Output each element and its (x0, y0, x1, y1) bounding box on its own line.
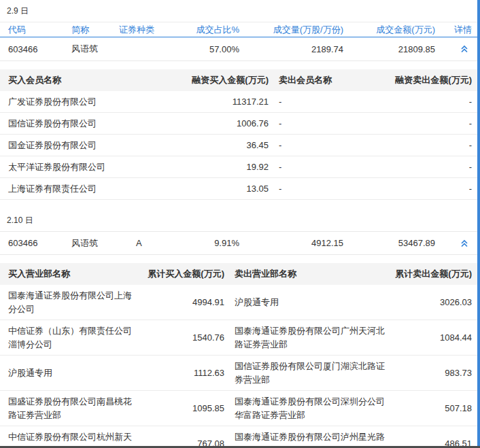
buy-amount: 36.45 (178, 140, 269, 150)
collapse-button[interactable] (435, 44, 472, 54)
sub-col-sell-branch: 卖出营业部名称 (224, 268, 390, 280)
sell-amount: 983.73 (390, 366, 472, 380)
sell-amount: 507.18 (390, 402, 472, 415)
buy-branch-name: 国泰海通证券股份有限公司上海分公司 (8, 289, 144, 316)
stock-code: 603466 (8, 238, 71, 248)
sub-col-buy-member: 买入会员名称 (8, 74, 178, 86)
buy-branch-name: 沪股通专用 (8, 366, 144, 380)
column-header-code[interactable]: 代码 (8, 24, 71, 36)
sell-member-name: - (269, 162, 384, 172)
sell-amount: 3026.03 (390, 296, 472, 309)
buy-amount: 1112.63 (144, 366, 224, 380)
buy-amount: 1540.76 (144, 331, 224, 345)
table-row: 中信证券股份有限公司杭州新天地证券营业部 767.08 国泰海通证券股份有限公司… (0, 426, 480, 448)
column-header-type[interactable]: 证券种类 (119, 24, 177, 36)
buy-amount: 11317.21 (178, 97, 269, 107)
sell-amount: - (384, 118, 472, 128)
buy-amount: 19.92 (178, 162, 269, 172)
summary-row[interactable]: 603466 风语筑 A 9.91% 4912.15 53467.89 (0, 231, 480, 255)
table-row: 国盛证券股份有限公司南昌桃花路证券营业部 1095.85 国泰海通证券股份有限公… (0, 391, 480, 426)
sell-amount: - (384, 184, 472, 194)
sub-table-header: 买入营业部名称 累计买入金额(万元) 卖出营业部名称 累计卖出金额(万元) (0, 263, 480, 285)
buy-member-name: 广发证券股份有限公司 (8, 96, 178, 108)
sell-member-name: - (269, 184, 384, 194)
table-row: 中信证券（山东）有限责任公司淄博分公司 1540.76 国泰海通证券股份有限公司… (0, 320, 480, 356)
sub-col-buy-amount: 累计买入金额(万元) (144, 268, 224, 280)
sell-branch-name: 国泰海通证券股份有限公司深圳分公司华富路证券营业部 (224, 395, 390, 422)
turnover-ratio: 9.91% (177, 238, 239, 248)
table-row: 上海证券有限责任公司 13.05 - - (0, 178, 480, 200)
column-header-detail[interactable]: 详情 (435, 24, 472, 36)
scrollbar[interactable] (477, 0, 480, 448)
stock-name: 风语筑 (71, 43, 119, 55)
stock-name: 风语筑 (71, 237, 119, 249)
sell-member-name: - (269, 140, 384, 150)
volume: 4912.15 (239, 238, 343, 248)
turnover-ratio: 57.00% (177, 44, 239, 54)
sell-amount: 1084.44 (390, 331, 472, 345)
summary-row[interactable]: 603466 风语筑 57.00% 2189.74 21809.85 (0, 37, 480, 61)
collapse-button[interactable] (435, 239, 472, 248)
sell-amount: - (384, 162, 472, 172)
sell-member-name: - (269, 118, 384, 128)
sub-col-sell-amount: 累计卖出金额(万元) (390, 268, 472, 280)
section-2-10: 2.10 日 603466 风语筑 A 9.91% 4912.15 53467.… (0, 200, 480, 448)
stock-code: 603466 (8, 44, 71, 54)
date-label: 2.10 日 (0, 200, 480, 231)
sub-col-sell-amount: 融资卖出金额(万元) (384, 74, 472, 86)
section-2-9: 2.9 日 代码 简称 证券种类 成交占比% 成交量(万股/万份) 成交金额(万… (0, 0, 480, 200)
buy-member-name: 太平洋证券股份有限公司 (8, 161, 178, 173)
sell-branch-name: 国信证券股份有限公司厦门湖滨北路证券营业部 (224, 360, 390, 387)
table-row: 国泰海通证券股份有限公司上海分公司 4994.91 沪股通专用 3026.03 (0, 285, 480, 320)
sell-member-name: - (269, 97, 384, 107)
sell-amount: - (384, 97, 472, 107)
table-header: 代码 简称 证券种类 成交占比% 成交量(万股/万份) 成交金额(万元) 详情 (0, 22, 480, 37)
double-chevron-up-icon (460, 44, 469, 54)
sub-table-header: 买入会员名称 融资买入金额(万元) 卖出会员名称 融资卖出金额(万元) (0, 69, 480, 91)
sub-col-sell-member: 卖出会员名称 (269, 74, 384, 86)
sell-amount: - (384, 140, 472, 150)
table-row: 国金证券股份有限公司 36.45 - - (0, 135, 480, 156)
buy-amount: 1095.85 (144, 402, 224, 415)
buy-amount: 4994.91 (144, 296, 224, 309)
column-header-ratio[interactable]: 成交占比% (177, 24, 239, 36)
security-type: A (119, 238, 177, 248)
table-row: 沪股通专用 1112.63 国信证券股份有限公司厦门湖滨北路证券营业部 983.… (0, 356, 480, 391)
sub-col-buy-branch: 买入营业部名称 (8, 268, 144, 280)
buy-amount: 13.05 (178, 184, 269, 194)
buy-amount: 1006.76 (178, 118, 269, 128)
volume: 2189.74 (239, 44, 343, 54)
buy-member-name: 国金证券股份有限公司 (8, 139, 178, 152)
table-row: 广发证券股份有限公司 11317.21 - - (0, 91, 480, 113)
date-label: 2.9 日 (0, 0, 480, 22)
table-row: 国信证券股份有限公司 1006.76 - - (0, 113, 480, 135)
double-chevron-up-icon (460, 239, 469, 248)
amount: 53467.89 (343, 238, 435, 248)
sub-col-buy-amount: 融资买入金额(万元) (178, 74, 269, 86)
amount: 21809.85 (343, 44, 435, 54)
buy-member-name: 国信证券股份有限公司 (8, 118, 178, 130)
column-header-volume[interactable]: 成交量(万股/万份) (239, 24, 343, 36)
buy-branch-name: 中信证券（山东）有限责任公司淄博分公司 (8, 324, 144, 351)
table-row: 太平洋证券股份有限公司 19.92 - - (0, 156, 480, 178)
buy-branch-name: 国盛证券股份有限公司南昌桃花路证券营业部 (8, 395, 144, 422)
sell-branch-name: 国泰海通证券股份有限公司广州天河北路证券营业部 (224, 324, 390, 351)
dragon-tiger-list-panel: 2.9 日 代码 简称 证券种类 成交占比% 成交量(万股/万份) 成交金额(万… (0, 0, 480, 448)
column-header-amount[interactable]: 成交金额(万元) (343, 24, 435, 36)
sell-branch-name: 沪股通专用 (224, 296, 390, 309)
column-header-name[interactable]: 简称 (71, 24, 119, 36)
buy-member-name: 上海证券有限责任公司 (8, 183, 178, 195)
